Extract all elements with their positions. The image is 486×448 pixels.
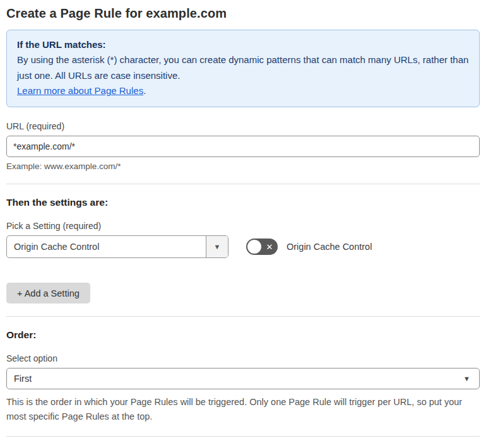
url-example-hint: Example: www.example.com/* [6, 162, 480, 171]
setting-select[interactable]: Origin Cache Control ▼ [6, 235, 228, 258]
chevron-down-icon: ▼ [463, 375, 470, 382]
divider [6, 316, 480, 317]
origin-cache-control-toggle-wrap: ✕ Origin Cache Control [246, 239, 372, 255]
order-section-heading: Order: [6, 329, 480, 341]
learn-more-link[interactable]: Learn more about Page Rules [17, 85, 143, 96]
order-select-label: Select option [6, 353, 480, 363]
info-box-heading: If the URL matches: [17, 37, 469, 52]
chevron-down-icon: ▼ [214, 243, 221, 251]
origin-cache-control-toggle[interactable]: ✕ [246, 239, 278, 255]
divider [6, 436, 480, 437]
info-box-link-row: Learn more about Page Rules. [17, 83, 469, 98]
info-box-body: By using the asterisk (*) character, you… [17, 52, 469, 83]
setting-row: Origin Cache Control ▼ ✕ Origin Cache Co… [6, 235, 480, 258]
add-setting-button[interactable]: + Add a Setting [6, 283, 90, 304]
setting-select-value: Origin Cache Control [7, 236, 206, 257]
url-match-info-box: If the URL matches: By using the asteris… [6, 30, 480, 107]
settings-section-heading: Then the settings are: [6, 197, 480, 208]
url-input[interactable] [6, 136, 480, 157]
order-help-text: This is the order in which your Page Rul… [6, 395, 478, 423]
toggle-label: Origin Cache Control [287, 242, 372, 252]
pick-setting-label: Pick a Setting (required) [6, 221, 480, 231]
setting-select-arrow-button[interactable]: ▼ [206, 236, 228, 257]
order-select[interactable]: First ▼ [6, 368, 480, 389]
toggle-knob [247, 240, 261, 254]
url-label: URL (required) [6, 121, 480, 131]
order-select-value: First [14, 374, 463, 384]
link-period: . [143, 85, 146, 96]
page-title: Create a Page Rule for example.com [6, 6, 480, 21]
toggle-off-x-icon: ✕ [261, 239, 278, 255]
divider [6, 184, 480, 184]
info-box-body-text: By using the asterisk (*) character, you… [17, 54, 468, 80]
page-rule-form: Create a Page Rule for example.com If th… [0, 0, 486, 448]
